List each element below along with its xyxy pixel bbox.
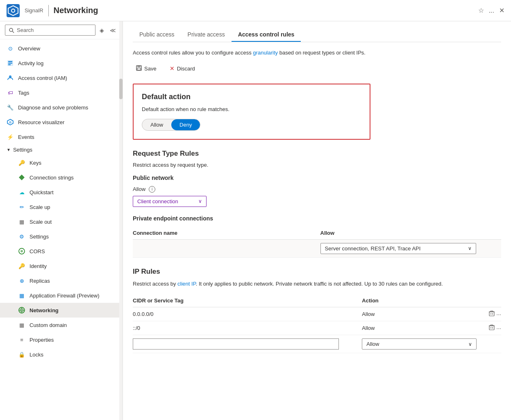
keys-icon: 🔑 — [18, 159, 25, 166]
sidebar-item-label: Connection strings — [30, 175, 74, 181]
close-icon[interactable]: ✕ — [499, 7, 504, 14]
allow-dropdown-chevron-icon: ∨ — [468, 245, 472, 251]
sidebar-item-label: Tags — [18, 90, 29, 96]
sidebar-item-label: Networking — [30, 307, 59, 313]
sidebar-item-resource-visualizer[interactable]: Resource visualizer — [0, 115, 123, 129]
allow-dropdown-cell: Server connection, REST API, Trace API ∨ — [320, 243, 502, 254]
identity-icon: 🔑 — [18, 262, 25, 270]
sidebar-item-custom-domain[interactable]: ▦ Custom domain — [0, 318, 123, 332]
tab-access-control-rules[interactable]: Access control rules — [232, 28, 301, 42]
sidebar-item-events[interactable]: ⚡ Events — [0, 129, 123, 144]
sidebar-item-connection-strings[interactable]: Connection strings — [0, 170, 123, 185]
save-button[interactable]: Save — [133, 64, 160, 74]
delete-icon-1[interactable] — [489, 325, 495, 331]
sidebar-item-tags[interactable]: 🏷 Tags — [0, 85, 123, 100]
tab-private-access[interactable]: Private access — [181, 28, 232, 42]
client-ip-link[interactable]: client IP — [177, 281, 196, 287]
delete-icon-0[interactable] — [489, 311, 495, 318]
main-layout: ◈ ≪ ⊙ Overview Activity log — [0, 21, 511, 420]
private-endpoint-title: Private endpoint connections — [133, 215, 501, 222]
settings-section-header[interactable]: ▼ Settings — [0, 144, 123, 155]
sidebar-search-area: ◈ ≪ — [0, 21, 123, 39]
networking-icon — [18, 306, 25, 314]
ip-rules-section: IP Rules Restrict access by client IP. I… — [133, 268, 501, 354]
collapse-sidebar-icon[interactable]: ≪ — [108, 26, 118, 34]
svg-rect-21 — [489, 312, 494, 316]
sidebar-item-cors[interactable]: CORS — [0, 244, 123, 259]
sidebar-item-label: Resource visualizer — [18, 119, 64, 125]
sidebar-item-activity-log[interactable]: Activity log — [0, 56, 123, 70]
sidebar-item-app-firewall[interactable]: ▦ Application Firewall (Preview) — [0, 288, 123, 303]
custom-domain-icon: ▦ — [18, 321, 25, 329]
toolbar: Save ✕ Discard — [133, 64, 501, 74]
sidebar-item-access-control[interactable]: Access control (IAM) — [0, 70, 123, 85]
content-body: Access control rules allow you to config… — [123, 49, 511, 373]
default-action-box: Default action Default action when no ru… — [133, 84, 370, 140]
table-header: Connection name Allow — [133, 227, 501, 240]
sidebar-item-keys[interactable]: 🔑 Keys — [0, 155, 123, 170]
cidr-cell-0: 0.0.0.0/0 — [133, 311, 362, 317]
svg-point-8 — [9, 75, 11, 78]
discard-button[interactable]: ✕ Discard — [166, 64, 198, 73]
sidebar-item-scale-out[interactable]: ▦ Scale out — [0, 214, 123, 229]
more-options-icon[interactable]: ... — [489, 7, 494, 14]
sidebar-item-label: Diagnose and solve problems — [18, 104, 88, 111]
sidebar-item-label: Access control (IAM) — [18, 75, 67, 81]
svg-marker-11 — [19, 175, 25, 180]
col-header-cidr: CIDR or Service Tag — [133, 297, 362, 304]
sidebar-item-quickstart[interactable]: ☁ Quickstart — [0, 185, 123, 200]
sidebar-item-label: Properties — [30, 337, 54, 343]
sidebar-item-properties[interactable]: ≡ Properties — [0, 332, 123, 347]
sidebar-item-diagnose[interactable]: 🔧 Diagnose and solve problems — [0, 100, 123, 115]
favorite-icon[interactable]: ☆ — [478, 7, 484, 14]
col-header-connection: Connection name — [133, 230, 320, 236]
sidebar-item-locks[interactable]: 🔒 Locks — [0, 347, 123, 362]
svg-marker-10 — [9, 121, 11, 124]
client-connection-dropdown[interactable]: Client connection ∨ — [133, 196, 207, 207]
dropdown-value: Client connection — [137, 198, 178, 204]
more-options-icon-0[interactable]: ··· — [496, 311, 501, 318]
allow-toggle-btn[interactable]: Allow — [142, 119, 171, 130]
sidebar-item-identity[interactable]: 🔑 Identity — [0, 259, 123, 273]
allow-value-dropdown[interactable]: Server connection, REST API, Trace API ∨ — [320, 243, 476, 254]
svg-rect-28 — [489, 326, 494, 330]
sidebar-item-replicas[interactable]: ⊕ Replicas — [0, 273, 123, 288]
new-action-chevron-icon: ∨ — [468, 341, 472, 347]
discard-icon: ✕ — [170, 65, 175, 72]
sidebar-item-label: Scale out — [30, 219, 52, 225]
replicas-icon: ⊕ — [18, 277, 25, 284]
sidebar: ◈ ≪ ⊙ Overview Activity log — [0, 21, 123, 420]
sidebar-item-networking[interactable]: Networking — [0, 303, 123, 318]
tab-public-access[interactable]: Public access — [133, 28, 181, 42]
svg-rect-20 — [137, 68, 141, 70]
title-bar-actions: ☆ ... ✕ — [478, 7, 504, 14]
new-cidr-input[interactable] — [133, 338, 339, 350]
sidebar-item-overview[interactable]: ⊙ Overview — [0, 41, 123, 56]
sidebar-item-label: Events — [18, 134, 34, 140]
save-label: Save — [144, 66, 157, 72]
dropdown-chevron-icon: ∨ — [198, 198, 202, 204]
granularity-link[interactable]: granularity — [253, 50, 278, 56]
sidebar-item-settings[interactable]: ⚙ Settings — [0, 229, 123, 244]
svg-rect-7 — [8, 64, 11, 65]
table-row: Server connection, REST API, Trace API ∨ — [133, 240, 501, 258]
description-text: Access control rules allow you to config… — [133, 49, 501, 57]
scale-out-icon: ▦ — [18, 218, 25, 225]
sidebar-item-label: Application Firewall (Preview) — [30, 293, 100, 299]
settings-section-label: Settings — [13, 147, 32, 153]
search-input[interactable] — [5, 25, 95, 36]
svg-point-13 — [20, 250, 23, 252]
info-icon[interactable]: i — [149, 186, 155, 193]
pin-icon[interactable]: ◈ — [98, 26, 106, 34]
more-options-icon-1[interactable]: ··· — [496, 325, 501, 331]
default-action-title: Default action — [142, 93, 361, 101]
save-icon — [136, 65, 142, 72]
sidebar-item-label: Keys — [30, 160, 41, 166]
request-type-rules-desc: Restrict access by request type. — [133, 162, 501, 168]
sidebar-scrollbar-thumb[interactable] — [119, 79, 123, 99]
deny-toggle-btn[interactable]: Deny — [171, 119, 200, 130]
sidebar-item-label: Settings — [30, 234, 49, 240]
new-action-dropdown[interactable]: Allow ∨ — [362, 338, 477, 350]
sidebar-item-scale-up[interactable]: ✏ Scale up — [0, 200, 123, 214]
ip-rules-table: CIDR or Service Tag Action 0.0.0.0/0 All… — [133, 294, 501, 353]
